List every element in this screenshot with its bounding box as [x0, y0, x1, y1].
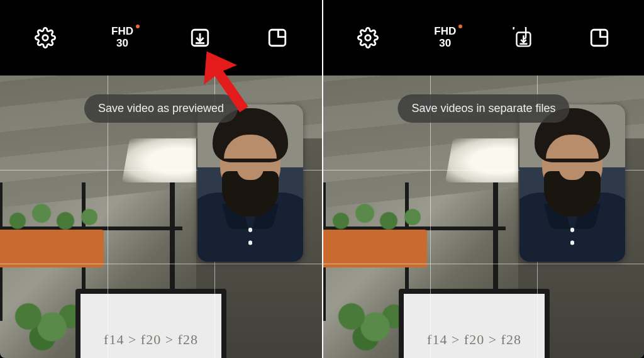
save-mode-tooltip: Save videos in separate files: [397, 94, 569, 123]
save-single-icon: [189, 27, 211, 48]
camera-screen-left: FHD 30 f14 > f20 > f28: [0, 0, 322, 358]
save-mode-tooltip: Save video as previewed: [84, 94, 238, 123]
top-controls-bar: FHD 30: [0, 0, 322, 76]
camera-screen-right: FHD 30 f14 > f20: [322, 0, 644, 358]
layout-button[interactable]: [257, 18, 297, 58]
recording-dot-icon: [458, 25, 462, 28]
gear-icon: [357, 27, 379, 48]
resolution-button[interactable]: FHD 30: [425, 18, 465, 58]
save-separate-icon: [511, 27, 533, 48]
selfie-pip[interactable]: [197, 104, 303, 262]
top-controls-bar: FHD 30: [323, 0, 644, 76]
pip-layout-icon: [589, 27, 610, 48]
svg-point-0: [42, 35, 48, 41]
resolution-button[interactable]: FHD 30: [103, 18, 143, 58]
framerate-label: 30: [111, 38, 133, 50]
settings-button[interactable]: [25, 18, 65, 58]
resolution-label: FHD: [434, 26, 456, 38]
settings-button[interactable]: [348, 18, 388, 58]
whiteboard-text: f14 > f20 > f28: [104, 332, 198, 348]
save-mode-button[interactable]: [502, 18, 542, 58]
gear-icon: [35, 27, 56, 48]
pip-layout-icon: [267, 27, 288, 48]
scene-planter: [0, 230, 104, 267]
whiteboard-text: f14 > f20 > f28: [427, 332, 521, 348]
camera-viewfinder[interactable]: f14 > f20 > f28 Save videos in separate …: [323, 76, 644, 358]
save-mode-button[interactable]: [180, 18, 220, 58]
scene-planter: [323, 230, 427, 267]
framerate-label: 30: [434, 38, 456, 50]
scene-whiteboard: f14 > f20 > f28: [75, 289, 226, 358]
selfie-pip[interactable]: [519, 104, 625, 262]
camera-viewfinder[interactable]: f14 > f20 > f28 Save video as previewed: [0, 76, 322, 358]
scene-whiteboard: f14 > f20 > f28: [399, 289, 550, 358]
layout-button[interactable]: [579, 18, 619, 58]
recording-dot-icon: [136, 25, 140, 28]
resolution-label: FHD: [111, 26, 133, 38]
svg-point-4: [365, 35, 371, 41]
